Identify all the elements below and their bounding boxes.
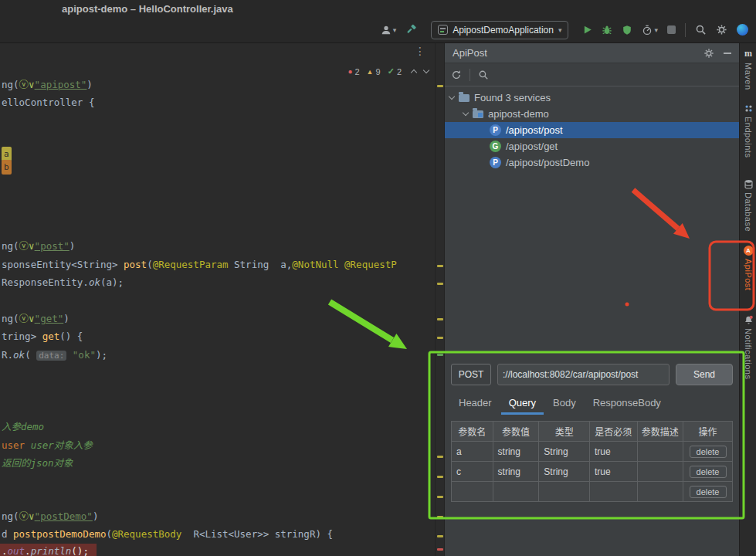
code-line[interactable]: .out.println(); <box>0 544 97 556</box>
search-icon[interactable] <box>478 70 489 80</box>
tool-window-tab-maven[interactable]: mMaven <box>740 48 756 90</box>
error-icon: ● <box>347 67 352 76</box>
param-cell[interactable]: true <box>590 442 638 462</box>
code-line[interactable]: ng(ⓥ∨"post") <box>2 239 75 253</box>
settings-button[interactable] <box>716 24 727 36</box>
tool-window-tab-label: Maven <box>744 63 753 90</box>
code-token-ann: @RequestBody <box>112 528 181 540</box>
table-row: cstringStringtruedelete <box>452 462 733 482</box>
chevron-down-icon[interactable] <box>423 67 429 73</box>
tool-window-tab-endpoints[interactable]: Endpoints <box>740 103 756 158</box>
column-header: 类型 <box>539 422 590 442</box>
code-token-txt: ( <box>25 349 36 361</box>
code-line[interactable]: b <box>2 159 12 175</box>
param-cell[interactable] <box>539 482 590 502</box>
code-editor[interactable]: ⋮ ●2 ▲9 ✓2 ng(ⓥ∨"apipost")elloController… <box>0 43 435 556</box>
run-button[interactable] <box>582 25 592 35</box>
url-input[interactable] <box>497 364 670 385</box>
refresh-icon[interactable] <box>451 70 462 80</box>
code-line[interactable]: 返回的json对象 <box>2 456 73 470</box>
editor-options-icon[interactable]: ⋮ <box>415 45 425 57</box>
param-cell[interactable]: String <box>539 462 590 482</box>
services-folder-icon <box>459 94 470 102</box>
delete-button[interactable]: delete <box>690 446 727 458</box>
code-token-str: "ok" <box>66 349 96 361</box>
code-line[interactable]: tring> get() { <box>2 329 83 344</box>
code-line[interactable]: sponseEntity<String> post(@RequestParam … <box>2 257 397 272</box>
code-line[interactable]: user user对象入参 <box>2 438 93 453</box>
tab-responsebody[interactable]: ResponseBody <box>585 392 669 415</box>
hide-icon[interactable] <box>724 53 731 54</box>
code-line[interactable]: elloController { <box>2 95 94 110</box>
run-coverage-button[interactable] <box>622 25 632 36</box>
code-token-txt: ng( <box>2 313 19 324</box>
search-everywhere-button[interactable] <box>695 24 707 36</box>
param-cell[interactable] <box>590 482 638 502</box>
send-button[interactable]: Send <box>676 364 733 385</box>
gear-icon[interactable] <box>703 48 714 59</box>
code-line[interactable]: d postpostDemoDemo(@RequestBody R<List<U… <box>2 527 333 541</box>
code-line[interactable]: ng(ⓥ∨"get") <box>2 311 69 326</box>
param-cell[interactable]: c <box>452 462 493 482</box>
code-line[interactable]: R.ok( data: "ok"); <box>2 348 107 363</box>
tree-item[interactable]: Found 3 services <box>445 90 739 106</box>
code-line[interactable]: ResponseEntity.ok(a); <box>2 275 124 290</box>
code-line[interactable]: ng(ⓥ∨"postDemo") <box>2 509 98 524</box>
tree-item[interactable]: P/apipost/post <box>445 122 739 138</box>
stripe-mark <box>437 318 443 320</box>
chevron-down-icon: ▾ <box>393 26 397 34</box>
param-cell[interactable]: true <box>590 462 638 482</box>
param-cell[interactable] <box>452 482 493 502</box>
delete-button[interactable]: delete <box>690 466 727 478</box>
tree-item[interactable]: P/apipost/postDemo <box>445 154 739 171</box>
param-cell[interactable] <box>637 462 683 482</box>
debug-button[interactable] <box>602 25 612 36</box>
database-icon <box>744 179 754 189</box>
param-cell[interactable]: a <box>452 442 493 462</box>
action-cell: delete <box>683 462 733 482</box>
code-token-txt: d <box>2 528 13 540</box>
plugin-button[interactable] <box>737 24 748 36</box>
tree-item[interactable]: apipost-demo <box>445 106 739 122</box>
chevron-up-icon[interactable] <box>411 70 417 76</box>
stop-button[interactable] <box>667 25 676 34</box>
error-stripe[interactable] <box>435 43 444 556</box>
tab-query[interactable]: Query <box>501 392 544 415</box>
code-token-fold: ⓥ∨ <box>19 313 35 324</box>
build-button[interactable] <box>405 24 417 36</box>
param-cell[interactable]: string <box>493 442 539 462</box>
stripe-mark <box>437 476 443 478</box>
param-cell[interactable] <box>637 482 683 502</box>
code-token-txt: ) <box>86 79 93 90</box>
code-line[interactable]: ng(ⓥ∨"apipost") <box>2 77 93 92</box>
tree-item-label: /apipost/get <box>506 141 558 152</box>
tab-header[interactable]: Header <box>451 392 500 415</box>
code-token-txt: ResponseEntity. <box>2 276 89 288</box>
profiler-button[interactable]: ▾ <box>642 25 658 36</box>
param-cell[interactable] <box>637 442 683 462</box>
run-config-label: ApipostDemoApplication <box>453 25 554 36</box>
code-token-txt: ) <box>63 313 69 324</box>
tool-window-tab-notifications[interactable]: Notifications <box>740 315 756 379</box>
tool-window-tab-apipost[interactable]: AApiPost <box>740 246 756 290</box>
tool-window-bar: mMavenEndpointsDatabaseAApiPostNotificat… <box>739 43 756 556</box>
code-line[interactable]: 入参demo <box>2 419 44 434</box>
passed-count: 2 <box>397 67 402 76</box>
table-row: astringStringtruedelete <box>452 442 733 462</box>
tab-body[interactable]: Body <box>545 392 584 415</box>
table-row: delete <box>452 482 733 502</box>
method-button[interactable]: POST <box>451 364 491 385</box>
inspections-widget[interactable]: ●2 ▲9 ✓2 <box>347 66 429 76</box>
param-cell[interactable] <box>493 482 539 502</box>
param-cell[interactable]: String <box>539 442 590 462</box>
tool-window-tab-database[interactable]: Database <box>740 179 756 232</box>
user-icon <box>381 25 392 36</box>
run-config-selector[interactable]: ApipostDemoApplication ▾ <box>431 21 568 39</box>
delete-button[interactable]: delete <box>690 486 727 498</box>
user-menu-button[interactable]: ▾ <box>381 25 397 36</box>
stripe-mark <box>437 516 443 518</box>
tree-item[interactable]: G/apipost/get <box>445 138 739 154</box>
code-token-txt: ) <box>69 240 76 252</box>
code-token-it: ok <box>13 349 25 361</box>
param-cell[interactable]: string <box>493 462 539 482</box>
